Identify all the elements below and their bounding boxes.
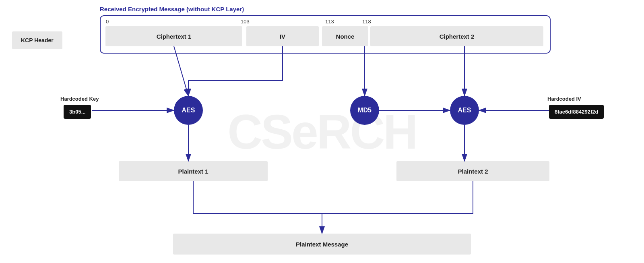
kcp-header: KCP Header <box>12 31 62 49</box>
circle-md5: MD5 <box>350 96 379 125</box>
hardcoded-iv-label: Hardcoded IV <box>547 96 581 102</box>
circle-aes1: AES <box>174 96 203 125</box>
received-label: Received Encrypted Message (without KCP … <box>100 6 244 12</box>
circle-aes2: AES <box>450 96 479 125</box>
hardcoded-key-label: Hardcoded Key <box>60 96 99 102</box>
watermark: CSeRCH <box>227 104 416 159</box>
field-ciphertext2: Ciphertext 2 <box>370 26 543 46</box>
offset-103: 103 <box>241 19 250 25</box>
hardcoded-iv-value: 8fae6df884292f2d <box>549 105 604 119</box>
svg-line-1 <box>174 46 188 96</box>
field-ciphertext1: Ciphertext 1 <box>105 26 242 46</box>
plaintext-message-box: Plaintext Message <box>173 234 471 255</box>
offset-118: 118 <box>362 19 371 25</box>
offset-0: 0 <box>106 19 109 25</box>
hardcoded-key-value: 3b05... <box>64 105 91 119</box>
field-nonce: Nonce <box>322 26 368 46</box>
plaintext2-box: Plaintext 2 <box>396 161 549 181</box>
offset-113: 113 <box>325 19 334 25</box>
plaintext1-box: Plaintext 1 <box>119 161 268 181</box>
diagram-container: CSeRCH Received Encrypted Message (witho… <box>0 0 644 263</box>
field-iv: IV <box>246 26 319 46</box>
